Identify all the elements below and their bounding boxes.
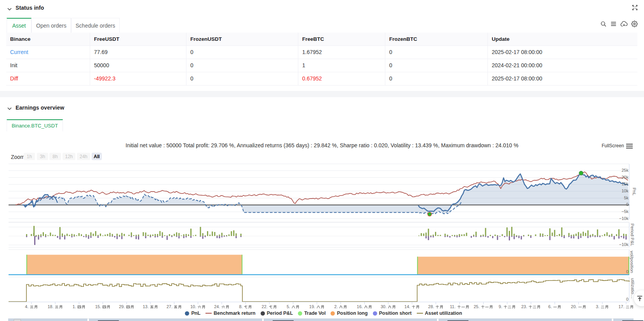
svg-text:25.: 25. xyxy=(474,304,480,309)
svg-text:20.: 20. xyxy=(571,304,577,309)
svg-text:18.: 18. xyxy=(48,304,54,309)
svg-text:5.: 5. xyxy=(287,304,290,309)
svg-text:2.: 2. xyxy=(334,304,338,309)
svg-text:22.: 22. xyxy=(262,304,268,309)
svg-text:17.: 17. xyxy=(618,304,624,309)
svg-text:27.: 27. xyxy=(167,304,172,309)
svg-text:15.: 15. xyxy=(95,304,101,309)
svg-text:30.: 30. xyxy=(381,304,386,309)
svg-text:10.: 10. xyxy=(190,304,196,309)
svg-text:3.: 3. xyxy=(596,304,599,309)
svg-text:13.: 13. xyxy=(143,304,148,309)
svg-text:8.: 8. xyxy=(239,304,243,309)
svg-text:4.: 4. xyxy=(25,304,28,309)
svg-text:14.: 14. xyxy=(404,304,410,309)
svg-text:16.: 16. xyxy=(357,304,363,309)
svg-text:29.: 29. xyxy=(119,304,125,309)
svg-text:1.: 1. xyxy=(73,304,76,309)
svg-text:19.: 19. xyxy=(309,304,315,309)
svg-text:9.: 9. xyxy=(499,304,502,309)
svg-text:23.: 23. xyxy=(521,304,527,309)
svg-text:28.: 28. xyxy=(428,304,434,309)
svg-text:24.: 24. xyxy=(214,304,220,309)
svg-text:6.: 6. xyxy=(548,304,552,309)
svg-text:11.: 11. xyxy=(450,304,455,309)
